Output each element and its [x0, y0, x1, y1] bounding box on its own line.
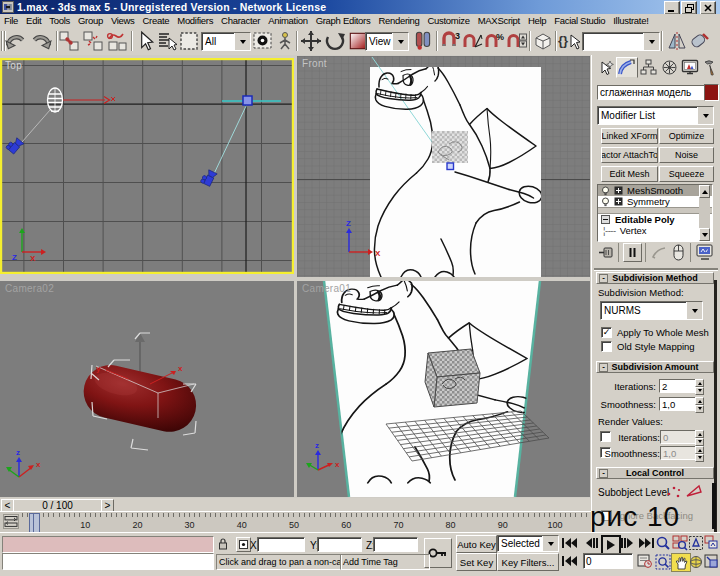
set-key-button[interactable]: Set Key — [456, 553, 497, 571]
menu-item[interactable]: Group — [74, 15, 107, 26]
pin-stack-icon[interactable] — [598, 245, 614, 260]
modifier-button-reactor-attach[interactable]: actor AttachTo — [601, 147, 658, 163]
select-link-icon[interactable] — [58, 30, 80, 52]
edge-level-icon[interactable] — [684, 483, 704, 499]
viewport-top[interactable]: Z X Top — [0, 58, 294, 274]
redo-icon[interactable] — [30, 30, 52, 52]
selected-filter-dropdown[interactable]: Selected — [497, 535, 559, 552]
auto-key-button[interactable]: Auto Key — [456, 535, 497, 553]
apply-whole-mesh-checkbox[interactable]: ✓ — [601, 327, 612, 338]
render-iterations-field[interactable]: 0 — [660, 430, 696, 444]
menu-item[interactable]: Create — [139, 15, 174, 26]
modifier-button-noise[interactable]: Noise — [659, 147, 714, 163]
menu-item[interactable]: Tools — [45, 15, 74, 26]
nurms-dropdown[interactable]: NURMS — [600, 301, 703, 320]
rollout-collapse-icon[interactable]: - — [599, 469, 608, 478]
z-coord-field[interactable] — [373, 537, 418, 552]
show-end-result-button[interactable] — [623, 243, 642, 262]
stack-row-meshsmooth[interactable]: MeshSmooth — [598, 185, 712, 196]
stack-row-symmetry[interactable]: Symmetry — [598, 196, 712, 207]
unlink-icon[interactable] — [82, 30, 104, 52]
rollout-collapse-icon[interactable]: - — [599, 274, 608, 283]
time-configuration-button[interactable] — [637, 553, 652, 568]
configure-modifier-sets-icon[interactable] — [696, 244, 714, 260]
arc-rotate-button[interactable] — [688, 554, 704, 570]
select-rotate-icon[interactable] — [324, 30, 346, 52]
x-coord-field[interactable] — [257, 537, 305, 552]
menu-item[interactable]: Facial Studio — [550, 15, 609, 26]
make-unique-icon[interactable] — [651, 245, 667, 260]
menu-item[interactable]: Character — [217, 15, 264, 26]
spin-up-button[interactable] — [695, 379, 704, 387]
restore-button[interactable] — [681, 1, 697, 15]
schematic-view-icon[interactable] — [276, 30, 294, 52]
menu-item[interactable]: Graph Editors — [312, 15, 375, 26]
snap-toggle-icon[interactable]: 3 — [440, 30, 462, 52]
camera-target-box[interactable] — [243, 96, 252, 105]
maxscript-listener-white[interactable] — [2, 553, 214, 570]
add-time-tag[interactable]: Add Time Tag — [340, 554, 430, 570]
menu-item[interactable]: Views — [107, 15, 139, 26]
expand-plus-icon[interactable] — [614, 197, 623, 206]
selection-filter-dropdown[interactable]: All — [201, 32, 251, 51]
menu-item[interactable]: Edit — [22, 15, 45, 26]
old-style-mapping-checkbox[interactable] — [601, 341, 612, 352]
spin-down-button[interactable] — [695, 438, 704, 446]
modifier-list-dropdown[interactable]: Modifier List — [597, 106, 714, 125]
selected-filter-arrow[interactable] — [542, 536, 558, 551]
stack-row-vertex[interactable]: ¦---- Vertex — [598, 225, 712, 236]
modifier-button-linked-xform[interactable]: Linked XForm — [601, 128, 658, 144]
stack-row-editable-poly[interactable]: Editable Poly — [598, 214, 712, 225]
modifier-button-edit-mesh[interactable]: Edit Mesh — [601, 166, 658, 182]
tab-create[interactable] — [595, 57, 617, 78]
zoom-extents-all-button[interactable] — [704, 535, 718, 551]
region-zoom-button[interactable] — [655, 554, 671, 570]
named-selection-dropdown[interactable] — [582, 32, 660, 51]
iterations-spinner[interactable] — [695, 379, 704, 391]
spin-down-button[interactable] — [695, 405, 704, 413]
key-mode-toggle[interactable] — [561, 555, 578, 567]
tab-modify[interactable] — [616, 57, 638, 78]
modifier-button-optimize[interactable]: Optimize — [659, 128, 714, 144]
texture-brush-preview[interactable] — [432, 131, 468, 163]
absolute-mode-toggle[interactable] — [236, 537, 251, 552]
remove-modifier-icon[interactable] — [672, 244, 685, 261]
go-to-end-button[interactable] — [638, 537, 655, 549]
align-icon[interactable] — [690, 30, 712, 52]
viewport-camera02[interactable]: x y z x Camera02 — [0, 281, 294, 497]
rollout-subdivision-amount-header[interactable]: -Subdivision Amount — [596, 361, 714, 373]
rollout-subdivision-method-header[interactable]: -Subdivision Method — [596, 272, 714, 284]
expand-plus-icon[interactable] — [614, 186, 623, 195]
spinner-snap-icon[interactable] — [506, 30, 528, 52]
object-name-field[interactable]: сглаженная модель — [597, 85, 706, 100]
rollout-local-control-header[interactable]: -Local Control — [596, 467, 714, 479]
stack-scroll-down[interactable] — [699, 228, 710, 241]
percent-snap-icon[interactable]: % — [484, 30, 506, 52]
selection-lock-icon[interactable] — [218, 537, 228, 550]
menu-item[interactable]: Help — [524, 15, 550, 26]
key-filters-button[interactable]: Key Filters... — [497, 553, 559, 571]
viewport-front-label[interactable]: Front — [302, 58, 327, 69]
selection-filter-arrow[interactable] — [234, 33, 250, 50]
menu-item[interactable]: MAXScript — [474, 15, 524, 26]
select-by-name-icon[interactable] — [156, 30, 178, 52]
spin-up-button[interactable] — [695, 397, 704, 405]
reference-coordinate-dropdown[interactable]: View — [365, 32, 409, 51]
viewport-camera01-label[interactable]: Camera01 — [302, 283, 351, 294]
use-pivot-center-icon[interactable] — [413, 30, 433, 52]
go-to-start-button[interactable] — [561, 537, 578, 549]
iterations-field[interactable]: 2 — [659, 379, 696, 393]
select-object-icon[interactable] — [134, 30, 156, 52]
smoothness-spinner[interactable] — [695, 397, 704, 409]
y-coord-field[interactable] — [317, 537, 362, 552]
menu-item[interactable]: Animation — [264, 15, 312, 26]
tab-utilities[interactable] — [699, 57, 720, 78]
spin-up-button[interactable] — [695, 446, 704, 454]
min-max-toggle-button[interactable] — [704, 554, 718, 570]
named-selection-sets-icon[interactable]: {} — [557, 30, 581, 52]
nurms-arrow[interactable] — [686, 302, 702, 319]
selected-vertex-box[interactable] — [447, 163, 454, 170]
maxscript-listener-pink[interactable] — [2, 536, 214, 553]
menu-item[interactable]: Illustrate! — [609, 15, 652, 26]
bind-spacewarp-icon[interactable] — [106, 30, 128, 52]
